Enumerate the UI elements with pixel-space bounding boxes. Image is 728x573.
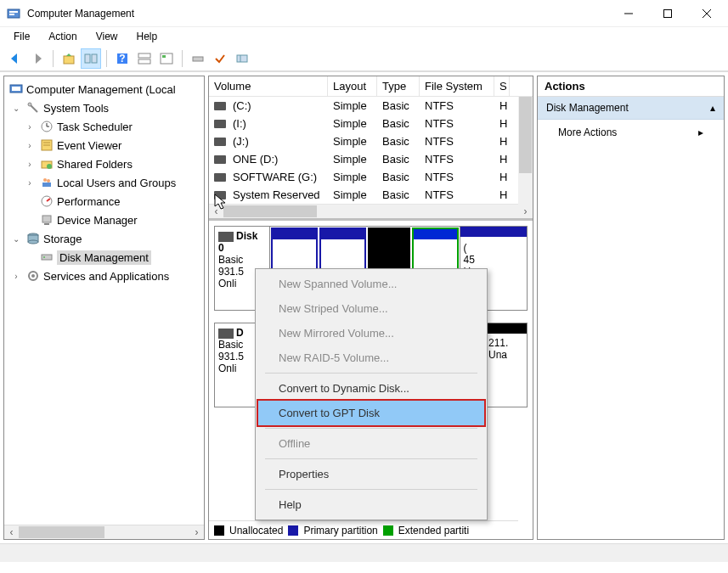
device-icon [40,213,54,227]
svg-rect-15 [162,55,166,58]
svg-rect-7 [64,56,74,64]
svg-rect-12 [138,53,150,58]
menu-bar: File Action View Help [0,27,728,46]
volume-hscrollbar[interactable]: ‹ › [209,204,533,218]
expand-icon[interactable]: › [23,141,37,150]
performance-icon [40,194,54,208]
scroll-left-icon[interactable]: ‹ [209,205,223,218]
menu-help[interactable]: Help [128,29,166,44]
ctx-new-striped: New Striped Volume... [258,296,484,321]
disk-1-last-partition[interactable]: 211. Una [484,323,527,407]
volume-row[interactable]: SOFTWARE (G:)SimpleBasicNTFSH [209,168,533,186]
tool-layout-button[interactable] [134,48,155,69]
volume-table: Volume Layout Type File System S (C:)Sim… [209,76,533,218]
volume-row[interactable]: (I:)SimpleBasicNTFSH [209,115,533,132]
scroll-right-icon[interactable]: › [189,525,204,539]
users-icon [40,176,54,189]
tool-disk-button[interactable] [188,48,208,69]
svg-rect-16 [193,57,203,61]
forward-button[interactable] [27,48,48,69]
tree-system-tools[interactable]: ⌄ System Tools [6,98,202,117]
tree-device-manager[interactable]: Device Manager [6,211,202,229]
tree-local-users[interactable]: › Local Users and Groups [6,173,202,192]
tree-hscrollbar[interactable]: ‹ › [4,525,204,539]
menu-view[interactable]: View [87,29,127,44]
disk-icon [218,232,234,242]
help-button[interactable]: ? [112,48,133,69]
col-layout[interactable]: Layout [328,76,377,96]
actions-more[interactable]: More Actions ▸ [538,120,724,145]
maximize-button[interactable] [648,1,687,26]
tree-disk-management[interactable]: Disk Management [6,248,202,267]
volume-vscrollbar[interactable] [518,97,533,207]
ctx-convert-dynamic[interactable]: Convert to Dynamic Disk... [258,376,484,401]
tree-task-scheduler[interactable]: › Task Scheduler [6,117,202,136]
minimize-button[interactable] [609,1,648,26]
svg-rect-34 [42,216,51,222]
col-volume[interactable]: Volume [209,76,328,96]
actions-pane: Actions Disk Management ▴ More Actions ▸ [537,76,725,540]
legend-unallocated: Unallocated [229,525,283,536]
ctx-help[interactable]: Help [258,492,484,517]
collapse-triangle-icon: ▴ [710,102,715,114]
clock-icon [40,120,54,133]
volume-row[interactable]: (J:)SimpleBasicNTFSH [209,132,533,150]
tool-check-button[interactable] [210,48,230,69]
expand-icon[interactable]: › [9,272,23,281]
scroll-left-icon[interactable]: ‹ [4,525,19,539]
legend-unallocated-swatch [214,525,224,536]
submenu-arrow-icon: ▸ [698,126,703,138]
tree-storage[interactable]: ⌄ Storage [6,229,202,248]
svg-rect-13 [138,59,150,64]
legend: Unallocated Primary partition Extended p… [209,520,518,539]
tool-settings-button[interactable] [156,48,177,69]
col-fs[interactable]: File System [420,76,494,96]
actions-category[interactable]: Disk Management ▴ [538,97,724,120]
col-status[interactable]: S [494,76,510,96]
volume-icon [214,138,226,146]
menu-action[interactable]: Action [40,29,85,44]
volume-row[interactable]: (C:)SimpleBasicNTFSH [209,97,533,115]
volume-icon [214,155,226,164]
menu-file[interactable]: File [5,29,38,44]
tool-partition-button[interactable] [232,48,252,69]
ctx-convert-gpt[interactable]: Convert to GPT Disk [257,399,486,427]
storage-icon [26,232,40,245]
close-button[interactable] [687,1,726,26]
actions-header: Actions [538,76,724,97]
status-bar [0,543,728,562]
back-button[interactable] [5,48,25,69]
volume-row[interactable]: ONE (D:)SimpleBasicNTFSH [209,150,533,168]
svg-point-21 [28,103,31,106]
show-hide-button[interactable] [81,48,101,69]
col-type[interactable]: Type [377,76,420,96]
svg-rect-17 [237,55,247,62]
window-title: Computer Management [27,8,609,20]
legend-extended: Extended partiti [398,525,469,536]
svg-point-30 [43,178,47,182]
expand-icon[interactable]: › [23,160,37,169]
volume-icon [214,102,226,110]
tree-services[interactable]: › Services and Applications [6,267,202,285]
svg-point-38 [28,240,38,244]
tree-shared-folders[interactable]: › Shared Folders [6,154,202,173]
title-bar: Computer Management [0,0,728,27]
volume-row[interactable]: System ReservedSimpleBasicNTFSH [209,186,533,204]
svg-rect-4 [664,9,672,17]
event-icon [40,138,54,152]
svg-point-29 [47,164,52,169]
svg-point-31 [47,179,50,183]
ctx-properties[interactable]: Properties [258,462,484,486]
tree-event-viewer[interactable]: › Event Viewer [6,136,202,154]
legend-primary-swatch [288,525,298,536]
legend-primary: Primary partition [303,525,377,536]
up-button[interactable] [59,48,79,69]
ctx-new-raid5: New RAID-5 Volume... [258,345,484,370]
tree-root[interactable]: Computer Management (Local [6,80,202,98]
expand-icon[interactable]: › [23,122,37,132]
collapse-icon[interactable]: ⌄ [9,104,23,113]
svg-rect-2 [9,14,14,15]
collapse-icon[interactable]: ⌄ [9,234,23,244]
expand-icon[interactable]: › [23,178,37,188]
tree-performance[interactable]: Performance [6,192,202,211]
